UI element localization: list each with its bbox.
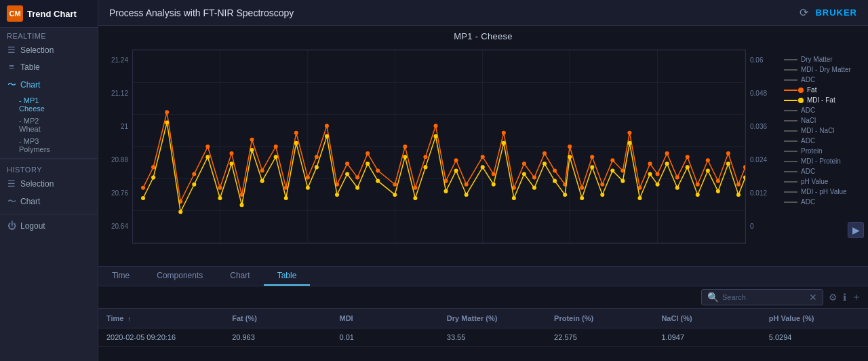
sidebar-item-chart-hist[interactable]: 〜 Chart	[0, 192, 98, 211]
fat-line	[143, 112, 745, 202]
legend-protein[interactable]: Protein	[784, 147, 864, 155]
svg-point-88	[325, 134, 329, 138]
chart-legend: Dry Matter MDI - Dry Matter ADC Fat MDI …	[780, 50, 868, 244]
legend-label: ADC	[801, 76, 815, 83]
svg-point-67	[706, 158, 710, 162]
table-icon: ≡	[7, 62, 16, 72]
bruker-logo: BRUKER	[815, 7, 857, 18]
cell-protein: 22.575	[546, 331, 653, 343]
svg-point-120	[656, 183, 660, 187]
legend-ph-value[interactable]: pH Value	[784, 177, 864, 186]
legend-mdi-protein[interactable]: MDI - Protein	[784, 157, 864, 166]
table-tabs: Time Components Chart Table	[98, 267, 868, 286]
col-fat[interactable]: Fat (%)	[224, 312, 331, 324]
svg-point-20	[218, 186, 222, 190]
col-ph[interactable]: pH Value (%)	[761, 312, 868, 324]
svg-point-54	[580, 186, 584, 190]
svg-point-107	[532, 186, 536, 190]
cell-time: 2020-02-05 09:20:16	[98, 331, 224, 343]
tab-table[interactable]: Table	[264, 267, 311, 286]
svg-point-96	[413, 196, 417, 200]
legend-mdi-fat[interactable]: MDI - Fat	[784, 96, 864, 104]
legend-label: MDI - Protein	[801, 157, 841, 165]
legend-label: ADC	[801, 107, 815, 114]
table-toolbar: 🔍 ✕ ⚙ ℹ ＋	[98, 286, 868, 309]
legend-adc-5[interactable]: ADC	[784, 197, 864, 206]
svg-point-103	[492, 183, 496, 187]
table-row[interactable]: 2020-02-05 09:20:16 20.963 0.01 33.55 22…	[98, 328, 868, 347]
svg-point-95	[403, 155, 407, 159]
sidebar-item-chart-rt[interactable]: 〜 Chart	[0, 75, 98, 94]
legend-adc-4[interactable]: ADC	[784, 167, 864, 176]
legend-mdi-dry-matter[interactable]: MDI - Dry Matter	[784, 65, 864, 74]
svg-point-75	[178, 210, 182, 214]
realtime-section-header: Realtime	[0, 28, 98, 41]
add-icon[interactable]: ＋	[852, 291, 861, 303]
legend-label: Protein	[801, 147, 823, 155]
legend-mdi-nacl[interactable]: MDI - NaCl	[784, 126, 864, 135]
legend-label: NaCl	[801, 117, 816, 124]
col-time[interactable]: Time ↑	[98, 312, 224, 324]
info-icon[interactable]: ℹ	[843, 292, 846, 303]
sidebar-item-selection-hist[interactable]: ☰ Selection	[0, 175, 98, 192]
tab-time[interactable]: Time	[98, 267, 143, 286]
svg-point-21	[229, 151, 233, 155]
svg-point-50	[542, 151, 547, 155]
sidebar-subitem-mp2-wheat[interactable]: - MP2Wheat	[0, 115, 98, 135]
sidebar-item-selection-rt[interactable]: ☰ Selection	[0, 41, 98, 58]
legend-label: MDI - pH Value	[801, 188, 847, 195]
legend-expand-button[interactable]: ▶	[848, 222, 864, 238]
svg-point-115	[610, 168, 614, 172]
svg-point-27	[294, 131, 298, 135]
svg-point-106	[522, 172, 526, 176]
legend-nacl[interactable]: NaCl	[784, 116, 864, 125]
svg-point-73	[151, 176, 155, 180]
sidebar-divider-2	[0, 214, 98, 214]
svg-point-34	[366, 151, 370, 155]
legend-fat[interactable]: Fat	[784, 86, 864, 94]
legend-dry-matter[interactable]: Dry Matter	[784, 55, 864, 64]
svg-point-66	[696, 183, 700, 187]
search-input[interactable]	[722, 293, 806, 301]
refresh-icon[interactable]: ⟳	[800, 6, 808, 19]
svg-point-98	[433, 134, 437, 138]
col-dry-matter[interactable]: Dry Matter (%)	[439, 312, 546, 324]
sidebar-divider	[0, 158, 98, 159]
sidebar-subitem-mp1-cheese[interactable]: - MP1Cheese	[0, 94, 98, 115]
svg-point-124	[696, 193, 700, 197]
legend-label: ADC	[801, 137, 815, 145]
svg-point-100	[454, 168, 458, 172]
legend-adc-1[interactable]: ADC	[784, 75, 864, 84]
y-axis-right: 0.06 0.048 0.036 0.024 0.012 0	[746, 50, 780, 244]
clear-search-icon[interactable]: ✕	[809, 292, 817, 303]
page-title: Process Analysis with FT-NIR Spectroscop…	[109, 7, 294, 18]
tab-components[interactable]: Components	[143, 267, 216, 286]
y-right-label: 0.06	[750, 56, 763, 64]
tab-chart[interactable]: Chart	[216, 267, 263, 286]
y-label: 21.12	[111, 90, 128, 97]
sidebar-subitem-mp3-polymers[interactable]: - MP3Polymers	[0, 135, 98, 155]
legend-adc-3[interactable]: ADC	[784, 136, 864, 145]
svg-point-33	[355, 176, 359, 180]
cell-mdi: 0.01	[331, 331, 438, 343]
svg-point-19	[205, 145, 210, 149]
col-protein[interactable]: Protein (%)	[546, 312, 653, 324]
col-nacl[interactable]: NaCl (%)	[653, 312, 760, 324]
svg-point-117	[627, 141, 631, 145]
svg-point-23	[250, 138, 254, 142]
y-label: 20.64	[111, 223, 128, 230]
legend-adc-2[interactable]: ADC	[784, 106, 864, 115]
svg-point-101	[465, 193, 469, 197]
svg-point-37	[403, 145, 407, 149]
chart-icon: 〜	[7, 79, 16, 91]
sidebar-item-logout[interactable]: ⏻ Logout	[0, 217, 98, 234]
sidebar-item-table[interactable]: ≡ Table	[0, 58, 98, 75]
legend-label: ADC	[801, 198, 815, 206]
svg-point-116	[620, 179, 625, 183]
svg-point-69	[726, 151, 730, 155]
chart-hist-icon: 〜	[7, 195, 16, 208]
svg-point-79	[229, 162, 233, 166]
filter-icon[interactable]: ⚙	[829, 292, 837, 303]
col-mdi[interactable]: MDI	[331, 312, 438, 324]
legend-mdi-ph[interactable]: MDI - pH Value	[784, 187, 864, 196]
